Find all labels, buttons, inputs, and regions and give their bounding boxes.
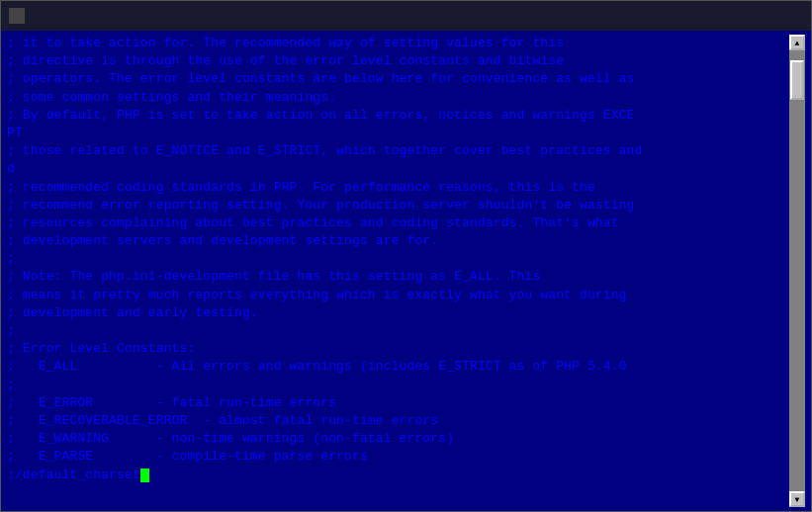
list-item: d xyxy=(7,160,789,178)
list-item: ; development and early testing. xyxy=(7,304,789,322)
list-item: ; means it pretty much reports everythin… xyxy=(7,287,789,304)
scrollbar[interactable]: ▲ ▼ xyxy=(789,35,805,507)
list-item: ; E_RECOVERABLE_ERROR - almost fatal run… xyxy=(7,412,789,430)
list-item: ; By default, PHP is set to take action … xyxy=(7,107,789,125)
list-item: ; E_WARNING - non-time warnings (non-fat… xyxy=(7,430,789,448)
list-item: ; recommended coding standards in PHP. F… xyxy=(7,179,789,197)
list-item: ; resources complaining about best pract… xyxy=(7,214,789,232)
window-controls xyxy=(724,6,803,26)
close-button[interactable] xyxy=(779,6,803,26)
list-item: ; xyxy=(7,322,789,340)
list-item: ; recommend error reporting setting. You… xyxy=(7,197,789,214)
list-item: ; Note: The php.ini-development file has… xyxy=(7,268,789,286)
list-item: ; directive is through the use of the er… xyxy=(7,52,789,70)
list-item: ; it to take action for. The recommended… xyxy=(7,35,789,52)
list-item: ; E_ALL - All errors and warnings (inclu… xyxy=(7,358,789,376)
terminal-cursor xyxy=(140,469,149,482)
list-item: ; E_PARSE - compile-time parse errors xyxy=(7,448,789,466)
list-item: PT xyxy=(7,125,789,142)
terminal-prompt-line: :/default_charset xyxy=(7,467,789,484)
list-item: ; those related to E_NOTICE and E_STRICT… xyxy=(7,142,789,160)
minimize-button[interactable] xyxy=(724,6,748,26)
list-item: ; xyxy=(7,250,789,268)
scrollbar-track xyxy=(789,50,805,491)
maximize-button[interactable] xyxy=(752,6,775,26)
terminal-body[interactable]: ; it to take action for. The recommended… xyxy=(1,31,811,511)
list-item: ; development servers and development se… xyxy=(7,232,789,250)
scroll-up-button[interactable]: ▲ xyxy=(789,35,805,50)
scrollbar-thumb[interactable] xyxy=(790,60,804,100)
app-icon xyxy=(9,8,25,24)
list-item: ; operators. The error level constants a… xyxy=(7,70,789,88)
title-bar-left xyxy=(9,8,31,24)
terminal-content: ; it to take action for. The recommended… xyxy=(7,35,789,507)
title-bar xyxy=(1,1,811,31)
terminal-window: ; it to take action for. The recommended… xyxy=(0,0,812,512)
list-item: ; some common settings and their meaning… xyxy=(7,89,789,107)
list-item: ; Error Level Constants: xyxy=(7,340,789,358)
scroll-down-button[interactable]: ▼ xyxy=(789,491,805,507)
list-item: ; E_ERROR - fatal run-time errors xyxy=(7,394,789,412)
list-item: ; xyxy=(7,377,789,394)
